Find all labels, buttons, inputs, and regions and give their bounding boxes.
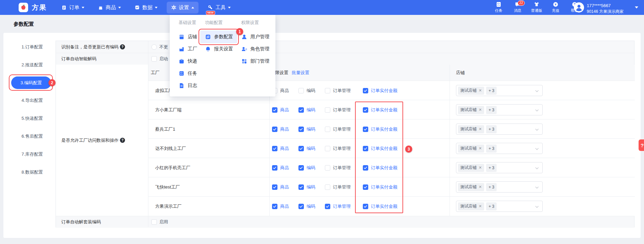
floating-help-button[interactable]: ? (639, 139, 644, 151)
store-multiselect[interactable]: 测试店铺✕+ 3 (456, 201, 543, 212)
checkbox[interactable] (363, 127, 368, 132)
sidebar-item-3[interactable]: 3.编码配置 (11, 76, 51, 89)
checkbox[interactable] (363, 204, 368, 209)
checkbox[interactable] (325, 146, 330, 151)
store-multiselect[interactable]: 测试店铺✕+ 3 (456, 162, 543, 173)
checkbox[interactable] (363, 88, 368, 93)
checkbox[interactable] (325, 184, 330, 190)
checkbox-enable-decode[interactable] (151, 56, 157, 62)
checkbox[interactable] (363, 146, 368, 151)
sidebar-item-5[interactable]: 5.快递配置 (7, 112, 58, 125)
checkbox[interactable] (272, 146, 277, 151)
radio-no-update[interactable] (151, 44, 157, 50)
checkbox[interactable] (272, 107, 277, 113)
permission-code-checkbox[interactable]: 编码 (298, 88, 315, 94)
top-menu-orders[interactable]: 订单 (57, 2, 89, 14)
checkbox[interactable] (363, 165, 368, 171)
permission-code-checkbox[interactable]: 编码 (298, 184, 315, 190)
checkbox[interactable] (298, 184, 304, 190)
batch-setting-link[interactable]: 批量设置 (292, 65, 309, 81)
permission-order-pay-amount-checkbox[interactable]: 订单实付金额 (363, 203, 397, 209)
checkbox[interactable] (298, 88, 304, 93)
checkbox[interactable] (272, 204, 277, 209)
menu-item-params[interactable]: 参数配置 (205, 32, 233, 42)
permission-order-manage-checkbox[interactable]: 订单管理 (325, 184, 351, 190)
permission-code-checkbox[interactable]: 编码 (298, 146, 315, 152)
menu-item-task[interactable]: 任务 (179, 69, 197, 78)
checkbox[interactable] (272, 165, 277, 171)
permission-code-checkbox[interactable]: 编码 (298, 126, 315, 132)
permission-goods-checkbox[interactable]: 商品 (272, 126, 289, 132)
remove-tag-icon[interactable]: ✕ (479, 108, 482, 112)
help-icon[interactable]: ? (120, 138, 125, 143)
remove-tag-icon[interactable]: ✕ (479, 204, 482, 208)
permission-order-manage-checkbox[interactable]: 订单管理 (325, 146, 351, 152)
menu-item-factory[interactable]: 工厂 (179, 44, 197, 54)
checkbox[interactable] (363, 107, 368, 113)
unpack-option[interactable]: 启用 (148, 219, 168, 225)
permission-goods-checkbox[interactable]: 商品 (272, 203, 289, 209)
smart-decode-option[interactable]: 启动 (148, 56, 168, 62)
store-multiselect[interactable]: 测试店铺✕+ 3 (456, 104, 543, 115)
menu-item-express[interactable]: 快递 (179, 57, 197, 66)
checkbox[interactable] (298, 127, 304, 132)
quick-recharge[interactable]: ¥充值 (548, 1, 563, 13)
checkbox[interactable] (363, 184, 368, 190)
permission-goods-checkbox[interactable]: 商品 (272, 146, 289, 152)
quick-messages[interactable]: 消息22 (510, 1, 525, 13)
menu-item-log[interactable]: 日志 (179, 81, 197, 90)
checkbox[interactable] (298, 165, 304, 171)
remove-tag-icon[interactable]: ✕ (479, 88, 482, 93)
menu-item-customs[interactable]: 报关设置 (205, 44, 233, 54)
permission-order-manage-checkbox[interactable]: 订单管理 (325, 165, 351, 171)
account-caret-icon[interactable] (635, 6, 638, 8)
help-icon[interactable]: ? (120, 44, 125, 49)
account-menu[interactable]: 177****5667 90146 方果演示商家 (574, 2, 624, 14)
recognize-option[interactable]: 不更 (148, 44, 168, 50)
permission-order-manage-checkbox[interactable]: 订单管理 (325, 203, 351, 209)
sidebar-item-4[interactable]: 4.导出配置 (7, 94, 58, 107)
store-multiselect[interactable]: 测试店铺✕+ 3 (456, 181, 543, 193)
app-logo-icon[interactable] (19, 3, 28, 12)
remove-tag-icon[interactable]: ✕ (479, 146, 482, 151)
permission-goods-checkbox[interactable]: 商品 (272, 107, 289, 113)
permission-order-manage-checkbox[interactable]: 订单管理 (325, 88, 351, 94)
store-multiselect[interactable]: 测试店铺✕+ 3 (456, 85, 543, 96)
permission-order-pay-amount-checkbox[interactable]: 订单实付金额 (363, 146, 397, 152)
checkbox[interactable] (272, 127, 277, 132)
checkbox[interactable] (325, 204, 330, 209)
permission-goods-checkbox[interactable]: 商品 (272, 184, 289, 190)
checkbox[interactable] (325, 88, 330, 93)
checkbox[interactable] (325, 127, 330, 132)
checkbox[interactable] (298, 204, 304, 209)
permission-order-manage-checkbox[interactable]: 订单管理 (325, 107, 351, 113)
permission-order-pay-amount-checkbox[interactable]: 订单实付金额 (363, 165, 397, 171)
remove-tag-icon[interactable]: ✕ (479, 127, 482, 131)
permission-order-pay-amount-checkbox[interactable]: 订单实付金额 (363, 184, 397, 190)
checkbox[interactable] (325, 107, 330, 113)
permission-order-pay-amount-checkbox[interactable]: 订单实付金额 (363, 88, 397, 94)
top-menu-data[interactable]: 数据 (130, 2, 162, 14)
quick-plan[interactable]: 普通版 (529, 1, 544, 13)
permission-code-checkbox[interactable]: 编码 (298, 165, 315, 171)
menu-item-shop[interactable]: 店铺 (179, 32, 197, 42)
permission-code-checkbox[interactable]: 编码 (298, 107, 315, 113)
store-multiselect[interactable]: 测试店铺✕+ 3 (456, 124, 543, 135)
permission-order-pay-amount-checkbox[interactable]: 订单实付金额 (363, 107, 397, 113)
top-menu-goods[interactable]: 商品 (94, 2, 125, 14)
top-menu-settings[interactable]: 设置 (167, 2, 199, 14)
permission-code-checkbox[interactable]: 编码 (298, 203, 315, 209)
checkbox-enable-unpack[interactable] (151, 219, 157, 225)
permission-goods-checkbox[interactable]: 商品 (272, 165, 289, 171)
checkbox[interactable] (298, 146, 304, 151)
quick-tasks[interactable]: 任务 (491, 1, 506, 13)
remove-tag-icon[interactable]: ✕ (479, 165, 482, 170)
menu-item-users[interactable]: 用户管理 (241, 32, 269, 42)
permission-order-pay-amount-checkbox[interactable]: 订单实付金额 (363, 126, 397, 132)
menu-item-departments[interactable]: 部门管理 (241, 57, 269, 66)
checkbox[interactable] (298, 107, 304, 113)
permission-order-manage-checkbox[interactable]: 订单管理 (325, 126, 351, 132)
checkbox[interactable] (272, 184, 277, 190)
sidebar-item-6[interactable]: 6.售后配置 (7, 130, 58, 142)
store-multiselect[interactable]: 测试店铺✕+ 3 (456, 143, 543, 154)
